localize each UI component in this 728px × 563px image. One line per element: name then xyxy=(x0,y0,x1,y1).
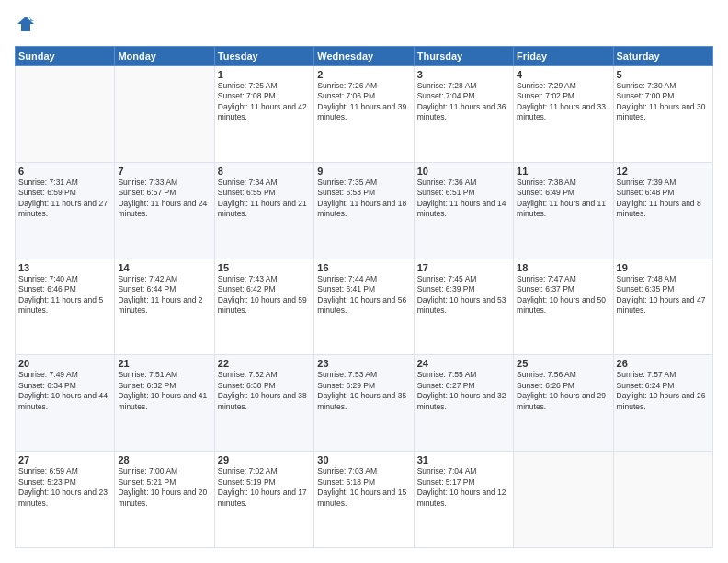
day-number: 18 xyxy=(517,262,609,273)
day-info: Sunrise: 7:04 AMSunset: 5:17 PMDaylight:… xyxy=(417,466,510,509)
day-number: 5 xyxy=(617,69,710,80)
calendar-cell: 11Sunrise: 7:38 AMSunset: 6:49 PMDayligh… xyxy=(514,162,613,259)
day-number: 11 xyxy=(517,166,609,177)
day-number: 14 xyxy=(118,262,210,273)
calendar-table: SundayMondayTuesdayWednesdayThursdayFrid… xyxy=(15,46,713,548)
calendar-cell: 31Sunrise: 7:04 AMSunset: 5:17 PMDayligh… xyxy=(414,452,513,548)
calendar-cell: 10Sunrise: 7:36 AMSunset: 6:51 PMDayligh… xyxy=(414,162,513,259)
day-number: 23 xyxy=(317,358,410,369)
day-number: 8 xyxy=(218,166,311,177)
day-info: Sunrise: 7:40 AMSunset: 6:46 PMDaylight:… xyxy=(18,274,111,316)
day-number: 12 xyxy=(617,166,710,177)
day-number: 2 xyxy=(317,69,410,80)
day-number: 1 xyxy=(218,69,311,80)
day-info: Sunrise: 7:34 AMSunset: 6:55 PMDaylight:… xyxy=(218,178,311,220)
header xyxy=(15,15,713,37)
day-info: Sunrise: 7:28 AMSunset: 7:04 PMDaylight:… xyxy=(417,81,510,123)
day-info: Sunrise: 7:39 AMSunset: 6:48 PMDaylight:… xyxy=(617,178,710,220)
calendar-week-1: 1Sunrise: 7:25 AMSunset: 7:08 PMDaylight… xyxy=(16,66,713,163)
logo-icon xyxy=(17,15,35,33)
calendar-cell: 26Sunrise: 7:57 AMSunset: 6:24 PMDayligh… xyxy=(613,355,712,452)
calendar-week-2: 6Sunrise: 7:31 AMSunset: 6:59 PMDaylight… xyxy=(16,162,713,259)
day-number: 10 xyxy=(417,166,510,177)
calendar-header-row: SundayMondayTuesdayWednesdayThursdayFrid… xyxy=(16,47,713,66)
calendar-cell: 21Sunrise: 7:51 AMSunset: 6:32 PMDayligh… xyxy=(115,355,214,452)
day-info: Sunrise: 7:00 AMSunset: 5:21 PMDaylight:… xyxy=(118,466,210,509)
calendar-cell: 23Sunrise: 7:53 AMSunset: 6:29 PMDayligh… xyxy=(314,355,414,452)
calendar-week-5: 27Sunrise: 6:59 AMSunset: 5:23 PMDayligh… xyxy=(16,452,713,548)
calendar-week-4: 20Sunrise: 7:49 AMSunset: 6:34 PMDayligh… xyxy=(16,355,713,452)
calendar-cell: 16Sunrise: 7:44 AMSunset: 6:41 PMDayligh… xyxy=(314,259,414,355)
day-info: Sunrise: 7:31 AMSunset: 6:59 PMDaylight:… xyxy=(18,178,111,220)
calendar-cell: 6Sunrise: 7:31 AMSunset: 6:59 PMDaylight… xyxy=(16,162,115,259)
day-number: 25 xyxy=(517,358,609,369)
day-number: 13 xyxy=(18,262,111,273)
day-info: Sunrise: 7:33 AMSunset: 6:57 PMDaylight:… xyxy=(118,178,210,220)
calendar-cell: 12Sunrise: 7:39 AMSunset: 6:48 PMDayligh… xyxy=(613,162,712,259)
calendar-cell: 17Sunrise: 7:45 AMSunset: 6:39 PMDayligh… xyxy=(414,259,513,355)
day-number: 6 xyxy=(18,166,111,177)
calendar-cell: 4Sunrise: 7:29 AMSunset: 7:02 PMDaylight… xyxy=(514,66,613,163)
day-number: 31 xyxy=(417,454,510,465)
day-number: 28 xyxy=(118,454,210,465)
day-number: 26 xyxy=(617,358,710,369)
day-info: Sunrise: 7:38 AMSunset: 6:49 PMDaylight:… xyxy=(517,178,609,220)
day-info: Sunrise: 7:57 AMSunset: 6:24 PMDaylight:… xyxy=(617,370,710,412)
calendar-cell: 5Sunrise: 7:30 AMSunset: 7:00 PMDaylight… xyxy=(613,66,712,163)
day-number: 30 xyxy=(317,454,410,465)
day-number: 29 xyxy=(218,454,311,465)
calendar-cell: 2Sunrise: 7:26 AMSunset: 7:06 PMDaylight… xyxy=(314,66,414,163)
day-info: Sunrise: 7:03 AMSunset: 5:18 PMDaylight:… xyxy=(317,466,410,509)
calendar-cell: 3Sunrise: 7:28 AMSunset: 7:04 PMDaylight… xyxy=(414,66,513,163)
day-info: Sunrise: 7:56 AMSunset: 6:26 PMDaylight:… xyxy=(517,370,609,412)
day-number: 22 xyxy=(218,358,311,369)
logo xyxy=(15,15,35,37)
header-sunday: Sunday xyxy=(16,47,115,66)
day-number: 4 xyxy=(517,69,609,80)
calendar-cell: 19Sunrise: 7:48 AMSunset: 6:35 PMDayligh… xyxy=(613,259,712,355)
day-number: 20 xyxy=(18,358,111,369)
day-number: 24 xyxy=(417,358,510,369)
calendar-cell: 29Sunrise: 7:02 AMSunset: 5:19 PMDayligh… xyxy=(214,452,313,548)
day-info: Sunrise: 7:55 AMSunset: 6:27 PMDaylight:… xyxy=(417,370,510,412)
calendar-cell xyxy=(613,452,712,548)
calendar-cell: 20Sunrise: 7:49 AMSunset: 6:34 PMDayligh… xyxy=(16,355,115,452)
calendar-week-3: 13Sunrise: 7:40 AMSunset: 6:46 PMDayligh… xyxy=(16,259,713,355)
day-number: 16 xyxy=(317,262,410,273)
day-number: 21 xyxy=(118,358,210,369)
day-number: 3 xyxy=(417,69,510,80)
day-info: Sunrise: 7:25 AMSunset: 7:08 PMDaylight:… xyxy=(218,81,311,123)
calendar-cell: 15Sunrise: 7:43 AMSunset: 6:42 PMDayligh… xyxy=(214,259,313,355)
day-info: Sunrise: 7:47 AMSunset: 6:37 PMDaylight:… xyxy=(517,274,609,316)
header-saturday: Saturday xyxy=(613,47,712,66)
calendar-cell: 30Sunrise: 7:03 AMSunset: 5:18 PMDayligh… xyxy=(314,452,414,548)
day-info: Sunrise: 7:29 AMSunset: 7:02 PMDaylight:… xyxy=(517,81,609,123)
calendar-cell: 28Sunrise: 7:00 AMSunset: 5:21 PMDayligh… xyxy=(115,452,214,548)
day-info: Sunrise: 7:45 AMSunset: 6:39 PMDaylight:… xyxy=(417,274,510,316)
header-thursday: Thursday xyxy=(414,47,513,66)
day-number: 17 xyxy=(417,262,510,273)
calendar-cell: 27Sunrise: 6:59 AMSunset: 5:23 PMDayligh… xyxy=(16,452,115,548)
day-info: Sunrise: 7:44 AMSunset: 6:41 PMDaylight:… xyxy=(317,274,410,316)
day-info: Sunrise: 7:51 AMSunset: 6:32 PMDaylight:… xyxy=(118,370,210,412)
day-info: Sunrise: 7:53 AMSunset: 6:29 PMDaylight:… xyxy=(317,370,410,412)
calendar-cell: 14Sunrise: 7:42 AMSunset: 6:44 PMDayligh… xyxy=(115,259,214,355)
day-info: Sunrise: 7:43 AMSunset: 6:42 PMDaylight:… xyxy=(218,274,311,316)
calendar-cell: 1Sunrise: 7:25 AMSunset: 7:08 PMDaylight… xyxy=(214,66,313,163)
header-friday: Friday xyxy=(514,47,613,66)
calendar-cell: 24Sunrise: 7:55 AMSunset: 6:27 PMDayligh… xyxy=(414,355,513,452)
calendar-cell: 7Sunrise: 7:33 AMSunset: 6:57 PMDaylight… xyxy=(115,162,214,259)
calendar-cell xyxy=(16,66,115,163)
calendar-cell: 25Sunrise: 7:56 AMSunset: 6:26 PMDayligh… xyxy=(514,355,613,452)
day-number: 27 xyxy=(18,454,111,465)
header-tuesday: Tuesday xyxy=(214,47,313,66)
calendar-cell: 9Sunrise: 7:35 AMSunset: 6:53 PMDaylight… xyxy=(314,162,414,259)
day-number: 15 xyxy=(218,262,311,273)
day-info: Sunrise: 7:35 AMSunset: 6:53 PMDaylight:… xyxy=(317,178,410,220)
day-info: Sunrise: 7:42 AMSunset: 6:44 PMDaylight:… xyxy=(118,274,210,316)
day-info: Sunrise: 7:52 AMSunset: 6:30 PMDaylight:… xyxy=(218,370,311,412)
day-info: Sunrise: 7:02 AMSunset: 5:19 PMDaylight:… xyxy=(218,466,311,509)
day-number: 9 xyxy=(317,166,410,177)
calendar-cell: 8Sunrise: 7:34 AMSunset: 6:55 PMDaylight… xyxy=(214,162,313,259)
calendar-cell xyxy=(514,452,613,548)
